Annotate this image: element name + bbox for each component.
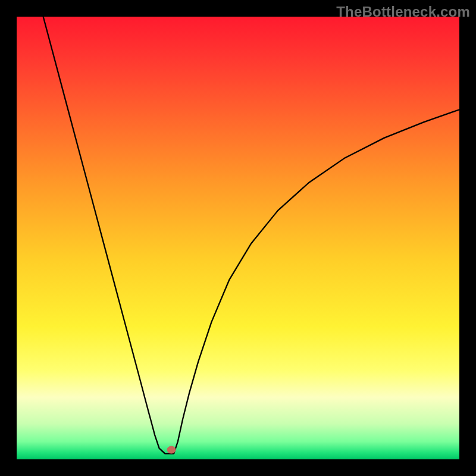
curve-path bbox=[43, 17, 459, 453]
bottleneck-curve bbox=[17, 17, 459, 459]
plot-area bbox=[17, 17, 459, 459]
optimum-dot-icon bbox=[167, 446, 176, 453]
watermark-label: TheBottleneck.com bbox=[336, 4, 470, 20]
chart-frame: TheBottleneck.com bbox=[0, 0, 476, 476]
